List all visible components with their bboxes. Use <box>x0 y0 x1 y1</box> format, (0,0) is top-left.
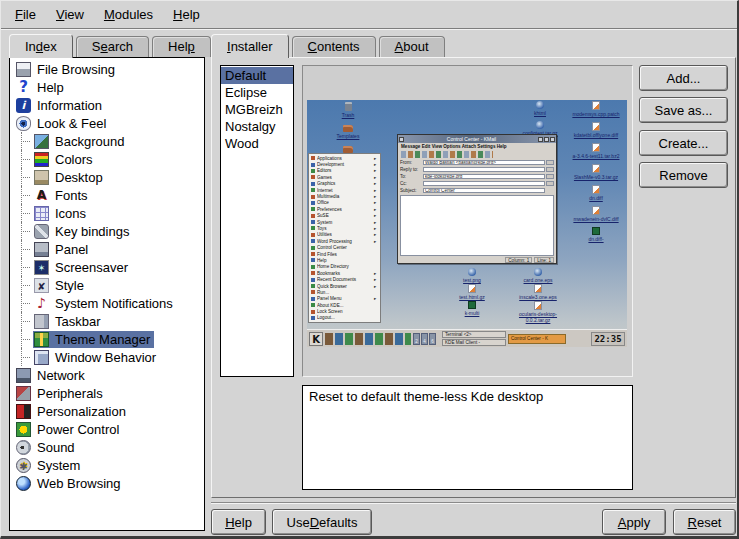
desktop-icon: inscale3.one.eps <box>506 284 570 300</box>
theme-list-item[interactable]: Default <box>221 67 293 84</box>
tree-item[interactable]: Power Control <box>10 420 204 438</box>
tree-item[interactable]: Background <box>10 132 204 150</box>
desktop-icon-label: test.png <box>463 277 481 283</box>
kmenu-item-icon <box>311 188 315 192</box>
desktop-icon: SlashMe-v0.3.tar.gz <box>565 164 627 180</box>
menubar: File View Modules Help <box>1 1 737 29</box>
tree-item[interactable]: Information <box>10 96 204 114</box>
tree-item[interactable]: Peripherals <box>10 384 204 402</box>
theme-list-item[interactable]: Eclipse <box>221 84 293 101</box>
kmenu-item: Office <box>309 200 380 206</box>
tree-item[interactable]: Panel <box>10 240 204 258</box>
tab[interactable]: Installer <box>211 34 289 58</box>
tree-item[interactable]: Colors <box>10 150 204 168</box>
kde-control-center-window: File View Modules Help Index Search Help <box>0 0 739 539</box>
kmenu-item-icon <box>311 239 315 243</box>
tree-item[interactable]: Sound <box>10 438 204 456</box>
tree-item-label: Theme Manager <box>55 332 150 347</box>
tree-item-content: Power Control <box>15 421 123 438</box>
menubar-item[interactable]: View <box>46 7 94 22</box>
desktop-icon-label: a-3.4.6-test11.tar.bz2 <box>573 153 620 159</box>
installer-tab-page: Default Eclipse MGBreizh Nostalgy Wood <box>211 57 736 498</box>
help-button[interactable]: Help <box>211 509 266 535</box>
tree-item[interactable]: Help <box>10 78 204 96</box>
theme-description-box: Reset to default theme-less Kde desktop <box>302 385 633 490</box>
taskbar-button: Terminal <2> <box>442 331 506 338</box>
kmail-field-input <box>423 167 545 172</box>
kmenu-item-icon <box>311 258 315 262</box>
tree-item[interactable]: Screensaver <box>10 258 204 276</box>
submenu-arrow-icon <box>374 296 378 301</box>
tree-item[interactable]: Network <box>10 366 204 384</box>
tree-item-label: Screensaver <box>55 260 128 275</box>
kmail-field-label: Subject: <box>400 188 422 193</box>
preview-desktop-icons-right: modemsys.cpp.patch kdatetbl.offlyone.dif… <box>565 101 627 242</box>
preview-kicker-panel: 246 Terminal <2>KDE Mail Client - Contro… <box>307 329 627 347</box>
main-area: Index Search Help File Browsing <box>1 29 737 537</box>
kmenu-item-label: Utilities <box>317 232 374 237</box>
tab[interactable]: Help <box>152 36 211 57</box>
tree-item-icon <box>34 206 49 221</box>
tree-item[interactable]: Web Browsing <box>10 474 204 492</box>
apply-button[interactable]: Apply <box>602 509 666 535</box>
tree-item-icon <box>34 224 49 239</box>
kmenu-item-label: Find Files <box>317 252 374 257</box>
kmenu-item: Toys <box>309 225 380 231</box>
use-defaults-button[interactable]: Use Defaults <box>272 509 372 535</box>
kmenu-item: Internet <box>309 187 380 193</box>
tree-item-label: Sound <box>37 440 75 455</box>
kmenu-item: Find Files <box>309 251 380 257</box>
tree-item[interactable]: Style <box>10 276 204 294</box>
theme-action-button[interactable]: Save as... <box>639 97 728 123</box>
tree-item[interactable]: Taskbar <box>10 312 204 330</box>
theme-list: Default Eclipse MGBreizh Nostalgy Wood <box>220 65 294 377</box>
tree-item[interactable]: System <box>10 456 204 474</box>
submenu-arrow-icon <box>374 284 378 289</box>
kmenu-item-icon <box>311 156 315 160</box>
tree-item[interactable]: Look & Feel <box>10 114 204 132</box>
tree-item[interactable]: File Browsing <box>10 60 204 78</box>
kmail-window-menu-icon <box>399 137 404 142</box>
theme-list-item[interactable]: Nostalgy <box>221 118 293 135</box>
theme-action-button[interactable]: Create... <box>639 130 728 156</box>
kmenu-item-icon <box>311 163 315 167</box>
theme-action-button[interactable]: Add... <box>639 65 728 91</box>
desktop-icon-image <box>468 284 476 293</box>
theme-action-button[interactable]: Remove <box>639 162 728 188</box>
submenu-arrow-icon <box>374 239 378 244</box>
kmail-ellipsis-button <box>546 174 554 179</box>
tree-item[interactable]: Fonts <box>10 186 204 204</box>
tree-item-icon <box>16 440 31 455</box>
desktop-icon: Templates <box>325 123 371 139</box>
kmail-window-title: Control Center - KMail <box>405 135 538 143</box>
pager-cell: 4 <box>421 333 428 345</box>
tree-item-icon <box>34 314 49 329</box>
submenu-arrow-icon <box>374 188 378 193</box>
menubar-item[interactable]: Help <box>163 7 210 22</box>
tab[interactable]: About <box>379 36 445 57</box>
desktop-icon: khtml <box>513 101 567 116</box>
desktop-icon: ocularis-desktop-0.0.2.tar.gz <box>506 301 570 323</box>
desktop-icon-label: dn.diff <box>589 195 603 201</box>
kmenu-item-label: Multimedia <box>317 194 374 199</box>
tab[interactable]: Search <box>76 36 149 57</box>
tab[interactable]: Index <box>9 34 73 58</box>
category-tree: File Browsing Help Informati <box>9 57 205 531</box>
menubar-item[interactable]: File <box>5 7 46 22</box>
panel-launcher-icons <box>325 333 411 345</box>
menubar-item[interactable]: Modules <box>94 7 163 22</box>
tree-item-label: Panel <box>55 242 88 257</box>
tree-item[interactable]: Window Behavior <box>10 348 204 366</box>
kmenu-item-icon <box>311 220 315 224</box>
kmenu-item-label: Logout... <box>317 315 374 320</box>
theme-list-item[interactable]: MGBreizh <box>221 101 293 118</box>
tab[interactable]: Contents <box>292 36 376 57</box>
tree-item[interactable]: Icons <box>10 204 204 222</box>
reset-button[interactable]: Reset <box>673 509 736 535</box>
tree-item[interactable]: Theme Manager <box>10 330 204 348</box>
tree-item[interactable]: Desktop <box>10 168 204 186</box>
tree-item[interactable]: System Notifications <box>10 294 204 312</box>
tree-item[interactable]: Key bindings <box>10 222 204 240</box>
tree-item[interactable]: Personalization <box>10 402 204 420</box>
theme-list-item[interactable]: Wood <box>221 135 293 152</box>
